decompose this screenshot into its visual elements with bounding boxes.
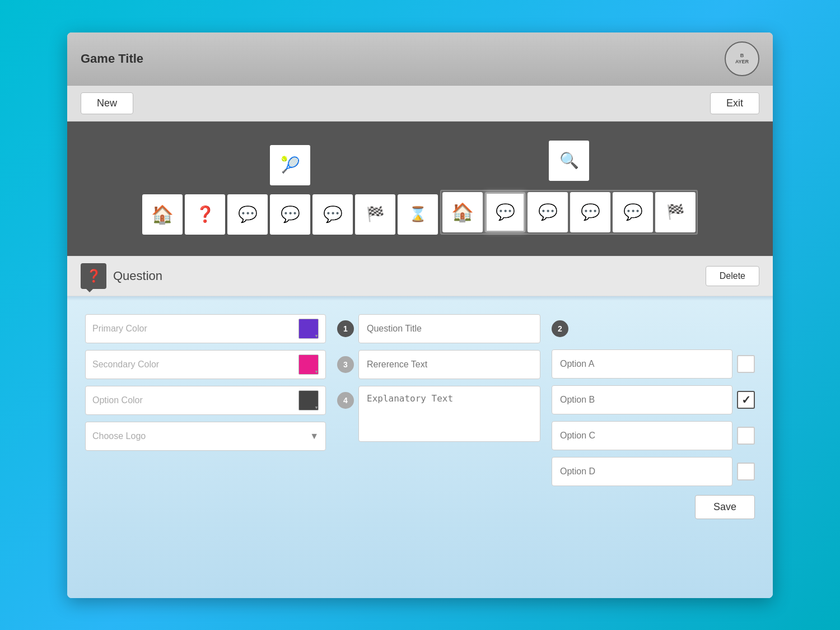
right-header: 2 xyxy=(552,320,755,337)
logo-select-label: Choose Logo xyxy=(92,431,146,441)
reference-text-row: 3 xyxy=(337,350,540,379)
board-card-home-2[interactable]: 🏠 xyxy=(442,192,483,232)
delete-button[interactable]: Delete xyxy=(706,266,759,286)
option-b-row: ✓ xyxy=(552,385,755,414)
option-d-row xyxy=(552,457,755,486)
badge-4: 4 xyxy=(337,392,354,409)
option-a-checkbox[interactable] xyxy=(737,355,755,373)
option-a-input[interactable] xyxy=(552,349,732,379)
board-card-q1[interactable]: ❓ xyxy=(185,194,225,235)
option-d-checkbox[interactable] xyxy=(737,463,755,480)
explanatory-text-wrapper xyxy=(358,386,540,444)
board-card-home-1[interactable]: 🏠 xyxy=(142,194,183,235)
board-card-qchat-2[interactable]: 💬 xyxy=(528,192,568,232)
option-a-row xyxy=(552,349,755,379)
question-title-input[interactable] xyxy=(358,314,540,343)
board-card-qchat-1[interactable]: 💬 xyxy=(485,192,525,232)
game-board: 🎾 🏠 ❓ 💬 💬 💬 🏁 ⌛ 🔍 xyxy=(67,122,773,256)
section-name: Question xyxy=(113,269,162,283)
option-d-input[interactable] xyxy=(552,457,732,486)
question-title-wrapper xyxy=(358,314,540,343)
section-label: ❓ Question Delete xyxy=(67,256,773,296)
app-title: Game Title xyxy=(81,52,143,66)
board-card-q3[interactable]: 💬 xyxy=(270,194,310,235)
option-b-checkbox[interactable]: ✓ xyxy=(737,391,755,409)
option-color-field[interactable]: Option Color xyxy=(85,386,326,415)
option-color-swatch[interactable] xyxy=(298,390,319,410)
left-column: Primary Color Secondary Color Option Col… xyxy=(85,314,326,519)
option-color-label: Option Color xyxy=(92,395,143,405)
board-card-flag-1[interactable]: 🏁 xyxy=(355,194,395,235)
secondary-color-swatch[interactable] xyxy=(298,354,319,375)
primary-color-swatch[interactable] xyxy=(298,319,319,339)
board-card-elevated-2[interactable]: 🔍 xyxy=(549,141,589,181)
secondary-color-field[interactable]: Secondary Color xyxy=(85,350,326,379)
form-area: Primary Color Secondary Color Option Col… xyxy=(67,301,773,598)
header: Game Title B AYER xyxy=(67,32,773,86)
reference-text-wrapper xyxy=(358,350,540,379)
primary-color-label: Primary Color xyxy=(92,324,147,334)
save-row: Save xyxy=(552,495,755,519)
secondary-color-label: Secondary Color xyxy=(92,360,159,370)
board-card-flag-2[interactable]: 🏁 xyxy=(655,192,696,232)
toolbar: New Exit xyxy=(67,86,773,122)
question-icon-box: ❓ xyxy=(81,263,106,289)
new-button[interactable]: New xyxy=(81,92,133,114)
app-window: Game Title B AYER New Exit 🎾 🏠 ❓ 💬 💬 xyxy=(67,32,773,598)
primary-color-field[interactable]: Primary Color xyxy=(85,314,326,343)
explanatory-text-row: 4 xyxy=(337,386,540,444)
explanatory-text-input[interactable] xyxy=(358,386,540,442)
save-button[interactable]: Save xyxy=(695,495,755,519)
right-column: 2 ✓ Save xyxy=(552,314,755,519)
board-card-q2[interactable]: 💬 xyxy=(227,194,268,235)
option-c-row xyxy=(552,421,755,450)
reference-text-input[interactable] xyxy=(358,350,540,379)
board-group-2: 🔍 🏠 💬 💬 💬 💬 🏁 xyxy=(440,141,698,237)
middle-column: 1 3 4 xyxy=(337,314,540,519)
logo-select[interactable]: Choose Logo ▼ xyxy=(85,422,326,451)
board-card-qchat-4[interactable]: 💬 xyxy=(613,192,653,232)
board-card-q4[interactable]: 💬 xyxy=(312,194,353,235)
board-card-qchat-3[interactable]: 💬 xyxy=(570,192,610,232)
badge-3: 3 xyxy=(337,356,354,373)
badge-2: 2 xyxy=(552,320,568,337)
board-group-1: 🎾 🏠 ❓ 💬 💬 💬 🏁 ⌛ xyxy=(142,145,438,237)
question-title-row: 1 xyxy=(337,314,540,343)
board-card-elevated-1[interactable]: 🎾 xyxy=(270,145,310,185)
option-c-checkbox[interactable] xyxy=(737,427,755,445)
bayer-logo: B AYER xyxy=(725,41,759,76)
dropdown-arrow-icon: ▼ xyxy=(310,431,319,441)
option-c-input[interactable] xyxy=(552,421,732,450)
checkmark-icon: ✓ xyxy=(741,393,751,407)
section-label-left: ❓ Question xyxy=(81,263,162,289)
board-card-hourglass[interactable]: ⌛ xyxy=(398,194,438,235)
board-inner: 🎾 🏠 ❓ 💬 💬 💬 🏁 ⌛ 🔍 xyxy=(142,141,698,237)
exit-button[interactable]: Exit xyxy=(710,92,759,114)
gradient-separator xyxy=(67,296,773,301)
option-b-input[interactable] xyxy=(552,385,732,414)
badge-1: 1 xyxy=(337,320,354,337)
